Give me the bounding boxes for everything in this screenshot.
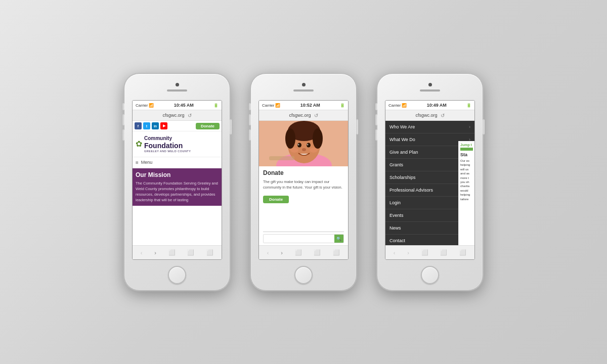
menu-item-label: Contact bbox=[389, 238, 405, 243]
svg-point-10 bbox=[302, 148, 306, 151]
camera bbox=[176, 83, 179, 86]
home-button-2[interactable] bbox=[294, 266, 313, 284]
back-button-2[interactable]: ‹ bbox=[267, 250, 269, 256]
home-button-3[interactable] bbox=[421, 266, 439, 284]
back-button-1[interactable]: ‹ bbox=[141, 250, 143, 256]
volume-down-button-2[interactable] bbox=[249, 129, 251, 141]
iphone-bottom-1 bbox=[168, 260, 186, 290]
forward-button-3[interactable]: › bbox=[407, 250, 409, 256]
svg-point-11 bbox=[290, 148, 298, 153]
share-button-2[interactable]: ⬜ bbox=[295, 249, 302, 256]
social-bar: f t in ▶ Donate bbox=[133, 121, 222, 131]
logo-foundation: Foundation bbox=[144, 142, 191, 150]
menu-item-label: Who We Are bbox=[389, 124, 415, 129]
tabs-button-3[interactable]: ⬜ bbox=[459, 249, 466, 256]
green-accent-bar bbox=[460, 148, 473, 151]
search-button[interactable]: 🔍 bbox=[334, 235, 343, 243]
iphone-top-2 bbox=[251, 74, 356, 100]
divider bbox=[263, 232, 344, 232]
browser-toolbar-2: ‹ › ⬜ ⬜ ⬜ bbox=[259, 245, 348, 259]
volume-up-button[interactable] bbox=[122, 114, 124, 125]
carrier-label-1: Carrier bbox=[136, 103, 148, 108]
menu-item-label: Events bbox=[389, 213, 404, 218]
tabs-button-1[interactable]: ⬜ bbox=[206, 249, 213, 256]
url-bar-3[interactable]: cfsgwc.org ↺ bbox=[385, 110, 474, 121]
phone3-body: Who We Are › What We Do › Give and Plan … bbox=[385, 121, 474, 245]
camera-3 bbox=[428, 83, 432, 86]
browser-toolbar-1: ‹ › ⬜ ⬜ ⬜ bbox=[133, 245, 222, 259]
share-button-3[interactable]: ⬜ bbox=[421, 249, 428, 256]
iphone-2: Carrier 📶 10:52 AM 🔋 cfsgwc.org ↺ bbox=[250, 73, 357, 291]
iphone-top-3 bbox=[377, 74, 483, 100]
side-body-text: Our ex helping will us and as more t you… bbox=[460, 159, 473, 201]
mute-button-2[interactable] bbox=[249, 103, 251, 110]
bookmarks-button-1[interactable]: ⬜ bbox=[187, 249, 194, 256]
hamburger-icon[interactable]: ≡ bbox=[136, 160, 139, 165]
tabs-button-2[interactable]: ⬜ bbox=[333, 249, 340, 256]
time-2: 10:52 AM bbox=[300, 103, 320, 108]
power-button[interactable] bbox=[230, 119, 232, 134]
time-1: 10:45 AM bbox=[174, 103, 194, 108]
child-photo bbox=[259, 121, 348, 166]
donate-text: The gift you make today can impact our c… bbox=[263, 179, 344, 191]
url-bar-2[interactable]: cfsgwc.org ↺ bbox=[259, 110, 348, 121]
hero-image bbox=[259, 121, 348, 166]
youtube-icon[interactable]: ▶ bbox=[160, 122, 167, 129]
forward-button-1[interactable]: › bbox=[154, 250, 156, 256]
phone1-content: f t in ▶ Donate ✿ Community Foundation G… bbox=[133, 121, 222, 245]
menu-bar[interactable]: ≡ Menu bbox=[133, 157, 222, 168]
svg-point-4 bbox=[285, 128, 295, 149]
back-button-3[interactable]: ‹ bbox=[394, 250, 396, 256]
mission-section: Our Mission The Community Foundation Ser… bbox=[133, 168, 222, 206]
twitter-icon[interactable]: t bbox=[143, 122, 150, 129]
menu-item-who-we-are[interactable]: Who We Are › bbox=[385, 121, 474, 133]
carrier-label-2: Carrier bbox=[262, 103, 274, 108]
carrier-label-3: Carrier bbox=[388, 103, 401, 108]
svg-point-8 bbox=[298, 144, 299, 146]
url-text-3: cfsgwc.org bbox=[415, 113, 437, 118]
bookmarks-button-2[interactable]: ⬜ bbox=[314, 249, 321, 256]
reload-icon-1[interactable]: ↺ bbox=[188, 113, 192, 118]
menu-item-label: Grants bbox=[389, 162, 403, 167]
url-bar-1[interactable]: cfsgwc.org ↺ bbox=[133, 110, 222, 121]
forward-button-2[interactable]: › bbox=[281, 250, 283, 256]
time-3: 10:49 AM bbox=[427, 103, 447, 108]
power-button-2[interactable] bbox=[356, 119, 358, 134]
donate-button-social[interactable]: Donate bbox=[196, 123, 220, 129]
share-button-1[interactable]: ⬜ bbox=[168, 249, 176, 256]
browser-toolbar-3: ‹ › ⬜ ⬜ ⬜ bbox=[385, 245, 474, 259]
iphone-top bbox=[124, 74, 230, 100]
mute-button-3[interactable] bbox=[375, 103, 377, 110]
side-content-panel: Jump t Sta Our ex helping will us and as… bbox=[458, 141, 474, 245]
home-button-1[interactable] bbox=[168, 266, 186, 284]
mission-text: The Community Foundation Serving Greeley… bbox=[136, 181, 219, 203]
volume-down-button[interactable] bbox=[122, 129, 124, 141]
logo-area: ✿ Community Foundation GREELEY AND WELD … bbox=[133, 131, 222, 157]
mute-button[interactable] bbox=[122, 103, 124, 110]
status-bar-3: Carrier 📶 10:49 AM 🔋 bbox=[385, 101, 474, 110]
bookmarks-button-3[interactable]: ⬜ bbox=[440, 249, 447, 256]
donate-section: Donate The gift you make today can impac… bbox=[259, 166, 348, 229]
status-bar-2: Carrier 📶 10:52 AM 🔋 bbox=[259, 101, 348, 110]
iphone-bottom-2 bbox=[294, 260, 313, 290]
volume-up-button-2[interactable] bbox=[249, 114, 251, 125]
donate-button-main[interactable]: Donate bbox=[263, 196, 289, 203]
svg-rect-13 bbox=[269, 156, 294, 160]
menu-item-label: Professional Advisors bbox=[389, 188, 433, 193]
search-input[interactable] bbox=[264, 235, 334, 243]
reload-icon-3[interactable]: ↺ bbox=[441, 113, 445, 118]
facebook-icon[interactable]: f bbox=[135, 122, 142, 129]
reload-icon-2[interactable]: ↺ bbox=[314, 113, 318, 118]
iphone-bottom-3 bbox=[421, 260, 439, 290]
search-bar[interactable]: 🔍 bbox=[263, 234, 344, 243]
menu-item-label: Give and Plan bbox=[389, 150, 418, 155]
logo-community: Community bbox=[144, 135, 191, 142]
speaker-2 bbox=[293, 89, 314, 92]
wifi-icon-3: 📶 bbox=[402, 103, 407, 108]
menu-item-label: Scholarships bbox=[389, 175, 416, 180]
volume-down-button-3[interactable] bbox=[375, 129, 377, 141]
volume-up-button-3[interactable] bbox=[375, 114, 377, 125]
svg-point-12 bbox=[310, 148, 318, 153]
linkedin-icon[interactable]: in bbox=[152, 122, 159, 129]
power-button-3[interactable] bbox=[483, 119, 485, 134]
